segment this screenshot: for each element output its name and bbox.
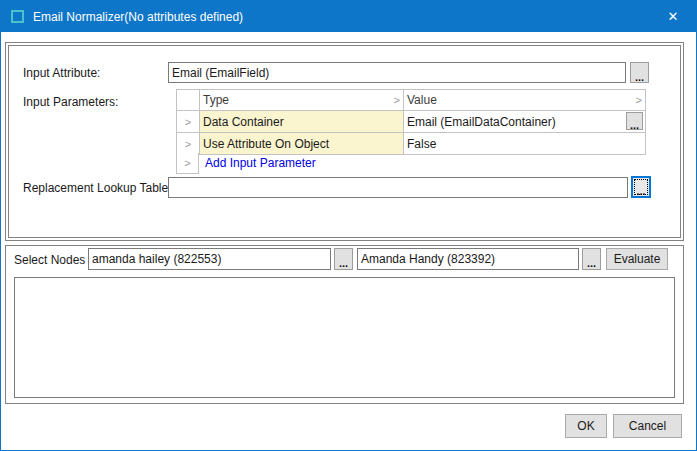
title-bar: Email Normalizer(No attributes defined) …	[1, 1, 696, 32]
type-column-header: Type	[203, 93, 229, 107]
data-container-browse-button[interactable]: ...	[626, 112, 643, 130]
select-node-2-field[interactable]	[357, 248, 579, 270]
replacement-lookup-label: Replacement Lookup Table:	[23, 181, 172, 195]
header-selector-cell	[177, 90, 200, 111]
add-input-parameter-link[interactable]: Add Input Parameter	[205, 156, 316, 170]
focus-rectangle	[634, 179, 648, 195]
row-selector-cell[interactable]: >	[177, 133, 200, 155]
param-value-cell[interactable]: False	[404, 133, 646, 155]
header-value-cell[interactable]: Value >	[404, 90, 646, 111]
close-button[interactable]: ✕	[650, 1, 696, 32]
param-value-text: Email (EmailDataContainer)	[404, 115, 556, 129]
header-type-cell[interactable]: Type >	[200, 90, 404, 111]
param-value-cell[interactable]: Email (EmailDataContainer) ...	[404, 111, 646, 133]
dialog-window: Email Normalizer(No attributes defined) …	[0, 0, 697, 451]
input-attribute-label: Input Attribute:	[23, 66, 100, 80]
input-parameters-label: Input Parameters:	[23, 95, 118, 109]
select-nodes-label: Select Nodes	[14, 253, 85, 267]
param-type-cell[interactable]: Data Container	[200, 111, 404, 133]
ok-button[interactable]: OK	[565, 414, 607, 438]
close-icon: ✕	[668, 9, 679, 24]
evaluation-results-panel[interactable]	[14, 277, 675, 398]
row-selector-cell[interactable]: >	[177, 111, 200, 133]
chevron-right-icon: >	[184, 157, 190, 169]
table-row: > Use Attribute On Object False	[177, 133, 646, 155]
select-node-1-browse-button[interactable]: ...	[334, 248, 353, 270]
select-node-1-field[interactable]	[88, 248, 331, 270]
input-attribute-field[interactable]	[168, 62, 626, 83]
evaluate-button[interactable]: Evaluate	[606, 248, 668, 270]
param-type-cell[interactable]: Use Attribute On Object	[200, 133, 404, 155]
cancel-button[interactable]: Cancel	[613, 414, 682, 438]
chevron-right-icon: >	[185, 138, 191, 150]
replacement-lookup-browse-button[interactable]: ...	[631, 176, 651, 198]
table-row: > Data Container Email (EmailDataContain…	[177, 111, 646, 133]
app-icon	[11, 10, 24, 23]
chevron-right-icon: >	[636, 94, 642, 106]
replacement-lookup-field[interactable]	[168, 177, 628, 198]
chevron-right-icon: >	[394, 94, 400, 106]
add-row-selector-cell[interactable]: >	[176, 153, 199, 174]
window-title: Email Normalizer(No attributes defined)	[33, 10, 243, 24]
chevron-right-icon: >	[185, 116, 191, 128]
value-column-header: Value	[407, 93, 437, 107]
input-parameters-table: Type > Value > > Data Container Email (E…	[176, 89, 646, 155]
select-node-2-browse-button[interactable]: ...	[582, 248, 601, 270]
table-header-row: Type > Value >	[177, 90, 646, 111]
input-attribute-browse-button[interactable]: ...	[630, 62, 649, 83]
